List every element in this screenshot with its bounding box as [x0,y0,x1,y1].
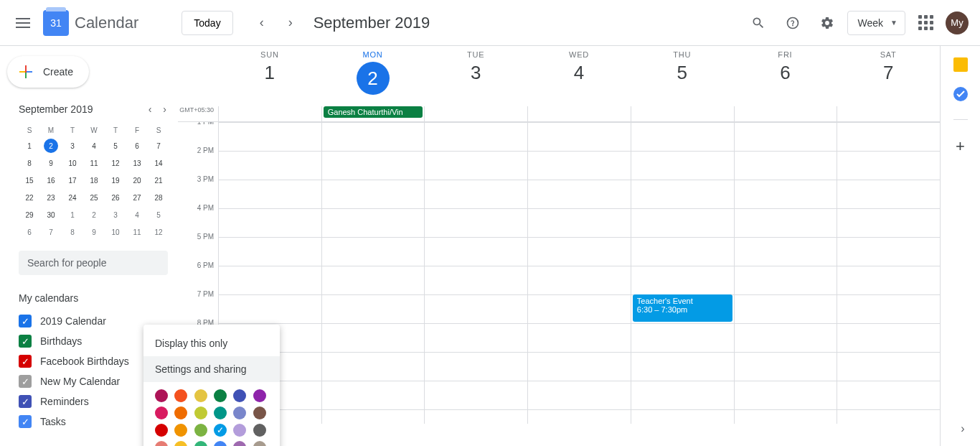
mini-day-cell[interactable]: 6 [126,137,148,154]
color-swatch[interactable]: ✓ [214,424,227,437]
mini-day-cell[interactable]: 8 [19,154,40,172]
day-header[interactable]: SUN1 [218,46,321,106]
mini-day-cell[interactable]: 23 [40,189,62,206]
mini-day-cell[interactable]: 9 [40,154,62,172]
color-swatch[interactable] [233,424,246,437]
calendar-checkbox[interactable]: ✓ [19,415,32,428]
color-swatch[interactable] [194,406,207,419]
day-header[interactable]: MON2 [321,46,425,106]
mini-day-cell[interactable]: 8 [62,223,83,241]
color-swatch[interactable] [233,389,246,402]
mini-day-cell[interactable]: 10 [62,154,83,172]
apps-grid-icon[interactable] [911,9,940,37]
search-people-input[interactable]: Search for people [19,251,168,275]
mini-day-cell[interactable]: 27 [126,189,148,206]
day-header[interactable]: SAT7 [837,46,940,106]
allday-cell[interactable] [734,106,837,121]
color-swatch[interactable] [214,389,227,402]
allday-cell[interactable] [424,106,527,121]
color-swatch[interactable] [233,441,246,446]
calendar-checkbox[interactable]: ✓ [19,375,32,388]
mini-day-cell[interactable]: 12 [105,154,126,172]
mini-day-cell[interactable]: 25 [83,189,105,206]
allday-cell[interactable] [631,106,734,121]
calendar-event[interactable]: Teacher's Event6:30 – 7:30pm [633,294,732,322]
color-swatch[interactable] [253,389,266,402]
color-swatch[interactable] [214,406,227,419]
view-selector[interactable]: Week ▼ [847,11,905,35]
day-header[interactable]: TUE3 [424,46,527,106]
mini-day-cell[interactable]: 5 [148,206,169,223]
mini-day-cell[interactable]: 26 [105,189,126,206]
day-column[interactable] [837,122,940,424]
allday-cell[interactable] [218,106,321,121]
help-icon[interactable] [778,9,807,37]
calendar-checkbox[interactable]: ✓ [19,315,32,327]
allday-cell[interactable] [527,106,631,121]
mini-day-cell[interactable]: 5 [105,137,126,154]
mini-day-cell[interactable]: 6 [19,223,40,241]
account-avatar[interactable]: My [946,11,969,34]
create-button[interactable]: Create [7,56,89,88]
color-swatch[interactable] [174,389,187,402]
day-column[interactable] [527,122,631,424]
mini-next-button[interactable]: › [160,101,169,118]
color-swatch[interactable] [194,389,207,402]
color-swatch[interactable] [155,389,168,402]
allday-event[interactable]: Ganesh Chaturthi/Vin [324,106,423,118]
mini-day-cell[interactable]: 2 [40,137,62,154]
tasks-icon[interactable] [953,86,969,102]
mini-day-cell[interactable]: 2 [83,206,105,223]
prev-week-button[interactable]: ‹ [248,9,276,37]
color-swatch[interactable] [233,406,246,419]
mini-day-cell[interactable]: 9 [83,223,105,241]
color-swatch[interactable] [214,441,227,446]
mini-day-cell[interactable]: 7 [148,137,169,154]
color-swatch[interactable] [194,424,207,437]
mini-day-cell[interactable]: 30 [40,206,62,223]
calendar-checkbox[interactable]: ✓ [19,335,32,348]
mini-day-cell[interactable]: 22 [19,189,40,206]
day-column[interactable] [734,122,837,424]
day-column[interactable] [321,122,425,424]
mini-day-cell[interactable]: 21 [148,172,169,189]
mini-day-cell[interactable]: 24 [62,189,83,206]
color-swatch[interactable] [155,424,168,437]
mini-day-cell[interactable]: 11 [126,223,148,241]
color-swatch[interactable] [253,441,266,446]
mini-day-cell[interactable]: 10 [105,223,126,241]
mini-day-cell[interactable]: 1 [62,206,83,223]
mini-day-cell[interactable]: 15 [19,172,40,189]
mini-day-cell[interactable]: 1 [19,137,40,154]
allday-cell[interactable]: Ganesh Chaturthi/Vin [321,106,425,121]
day-header[interactable]: THU5 [631,46,734,106]
mini-day-cell[interactable]: 20 [126,172,148,189]
calendar-checkbox[interactable]: ✓ [19,395,32,408]
color-swatch[interactable] [174,424,187,437]
add-addon-icon[interactable]: + [956,137,965,156]
mini-day-cell[interactable]: 14 [148,154,169,172]
color-swatch[interactable] [194,441,207,446]
color-swatch[interactable] [253,406,266,419]
mini-day-cell[interactable]: 19 [105,172,126,189]
mini-day-cell[interactable]: 7 [40,223,62,241]
mini-day-cell[interactable]: 29 [19,206,40,223]
mini-day-cell[interactable]: 18 [83,172,105,189]
mini-day-cell[interactable]: 12 [148,223,169,241]
search-icon[interactable] [744,9,773,37]
color-swatch[interactable] [174,441,187,446]
today-button[interactable]: Today [182,11,232,35]
mini-day-cell[interactable]: 4 [83,137,105,154]
settings-icon[interactable] [813,9,842,37]
mini-prev-button[interactable]: ‹ [146,101,155,118]
color-swatch[interactable] [174,406,187,419]
color-swatch[interactable] [155,441,168,446]
mini-day-cell[interactable]: 28 [148,189,169,206]
day-header[interactable]: WED4 [527,46,631,106]
color-swatch[interactable] [253,424,266,437]
mini-day-cell[interactable]: 3 [105,206,126,223]
calendar-checkbox[interactable]: ✓ [19,355,32,368]
color-swatch[interactable] [155,406,168,419]
keep-icon[interactable] [953,57,968,72]
allday-cell[interactable] [837,106,940,121]
